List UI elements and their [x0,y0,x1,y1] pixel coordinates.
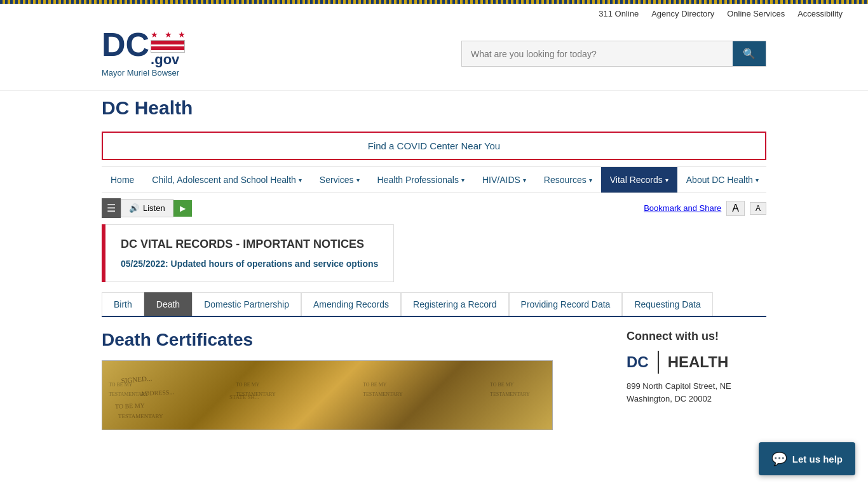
utility-nav-311[interactable]: 311 Online [599,9,639,18]
cert-image-overlay [102,361,552,430]
site-title-bar: DC Health [0,90,868,125]
font-increase-button[interactable]: A [726,201,745,216]
dc-health-health-part: HEALTH [668,353,729,371]
address-line1: 899 North Capitol Street, NE [627,381,731,391]
tab-providing-record-data[interactable]: Providing Record Data [509,292,623,316]
notice-area: DC VITAL RECORDS - IMPORTANT NOTICES 05/… [102,224,766,282]
tab-death[interactable]: Death [144,292,192,316]
tab-registering-record[interactable]: Registering a Record [401,292,509,316]
nav-item-hiv-aids[interactable]: HIV/AIDS ▾ [473,167,535,193]
utility-nav-accessibility[interactable]: Accessibility [797,9,843,18]
listen-label: Listen [143,203,165,213]
tab-birth[interactable]: Birth [102,292,144,316]
secondary-tabs: Birth Death Domestic Partnership Amendin… [102,292,766,317]
nav-item-resources[interactable]: Resources ▾ [535,167,601,193]
chat-bubble[interactable]: 💬 Let us help [759,442,855,443]
nav-item-services[interactable]: Services ▾ [311,167,369,193]
utility-nav-agency[interactable]: Agency Directory [651,9,714,18]
logo-stars: ★ ★ ★ [151,30,187,39]
chevron-down-icon: ▾ [461,177,465,184]
logo-right-col: ★ ★ ★ .gov [151,30,187,68]
nav-item-resources-label: Resources [544,175,587,185]
content-right: Connect with us! DC HEALTH 899 North Cap… [627,330,766,430]
nav-item-about-label: About DC Health [686,175,753,185]
main-nav: Home Child, Adolescent and School Health… [102,166,766,193]
listen-menu-button[interactable]: ☰ [102,198,121,218]
listen-button[interactable]: 🔊 Listen [121,199,173,217]
chevron-down-icon: ▾ [756,177,759,184]
speaker-icon: 🔊 [129,203,139,213]
dc-health-logo: DC HEALTH [627,351,766,374]
nav-item-vital-records[interactable]: Vital Records ▾ [601,167,677,193]
logo-dc-text: DC [102,30,149,60]
nav-item-health-professionals[interactable]: Health Professionals ▾ [369,167,473,193]
nav-item-about[interactable]: About DC Health ▾ [677,167,768,193]
dc-health-dc-part: DC [627,353,649,370]
content-left: Death Certificates SIGNED... ADDRESS... … [102,330,607,430]
chevron-down-icon: ▾ [665,177,668,184]
accessibility-toolbar: ☰ 🔊 Listen ▶ Bookmark and Share A A [102,198,766,218]
covid-banner-link[interactable]: Find a COVID Center Near You [368,140,500,151]
nav-item-vital-records-label: Vital Records [610,175,663,185]
page-heading: Death Certificates [102,330,607,350]
site-title: DC Health [102,97,766,119]
address-text: 899 North Capitol Street, NE Washington,… [627,380,766,405]
address-line2: Washington, DC 20002 [627,394,712,403]
logo[interactable]: DC ★ ★ ★ .gov [102,30,187,68]
logo-gov-text: .gov [151,51,187,68]
tab-domestic-partnership[interactable]: Domestic Partnership [192,292,301,316]
nav-item-services-label: Services [320,175,354,185]
main-content: Death Certificates SIGNED... ADDRESS... … [102,330,766,430]
listen-area: ☰ 🔊 Listen ▶ [102,198,192,218]
search-button[interactable]: 🔍 [733,41,766,66]
nav-item-child-health[interactable]: Child, Adolescent and School Health ▾ [143,167,310,193]
nav-item-child-health-label: Child, Adolescent and School Health [152,175,295,185]
header: DC ★ ★ ★ .gov Mayor Muriel Bowser 🔍 [0,24,868,90]
chevron-down-icon: ▾ [356,177,360,184]
bookmark-area: Bookmark and Share A A [644,201,766,216]
font-decrease-button[interactable]: A [750,202,766,215]
notice-box: DC VITAL RECORDS - IMPORTANT NOTICES 05/… [105,224,394,282]
bookmark-link[interactable]: Bookmark and Share [644,203,721,213]
utility-nav-online-services[interactable]: Online Services [727,9,785,18]
dc-health-logo-text: DC [627,353,649,371]
tab-requesting-data[interactable]: Requesting Data [622,292,712,316]
connect-heading: Connect with us! [627,330,766,343]
covid-banner: Find a COVID Center Near You [102,132,766,160]
chevron-down-icon: ▾ [523,177,526,184]
notice-title: DC VITAL RECORDS - IMPORTANT NOTICES [121,238,378,251]
dc-health-divider [658,351,659,374]
logo-area: DC ★ ★ ★ .gov Mayor Muriel Bowser [102,30,187,78]
nav-item-hiv-aids-label: HIV/AIDS [482,175,520,185]
search-input[interactable] [462,41,733,66]
chevron-down-icon: ▾ [299,177,302,184]
nav-item-health-professionals-label: Health Professionals [377,175,459,185]
search-area: 🔍 [461,41,766,67]
chevron-down-icon: ▾ [589,177,592,184]
play-button[interactable]: ▶ [173,200,192,217]
mayor-link[interactable]: Mayor Muriel Bowser [102,68,179,78]
search-wrapper: 🔍 [461,41,766,67]
search-icon: 🔍 [743,48,756,59]
utility-nav: 311 Online Agency Directory Online Servi… [0,4,868,24]
tab-amending-records[interactable]: Amending Records [301,292,401,316]
certificate-image: SIGNED... ADDRESS... TO BE MY TESTAMENTA… [102,360,553,430]
notice-link[interactable]: 05/25/2022: Updated hours of operations … [121,259,378,269]
logo-flag [151,40,185,53]
nav-item-home[interactable]: Home [102,167,143,193]
